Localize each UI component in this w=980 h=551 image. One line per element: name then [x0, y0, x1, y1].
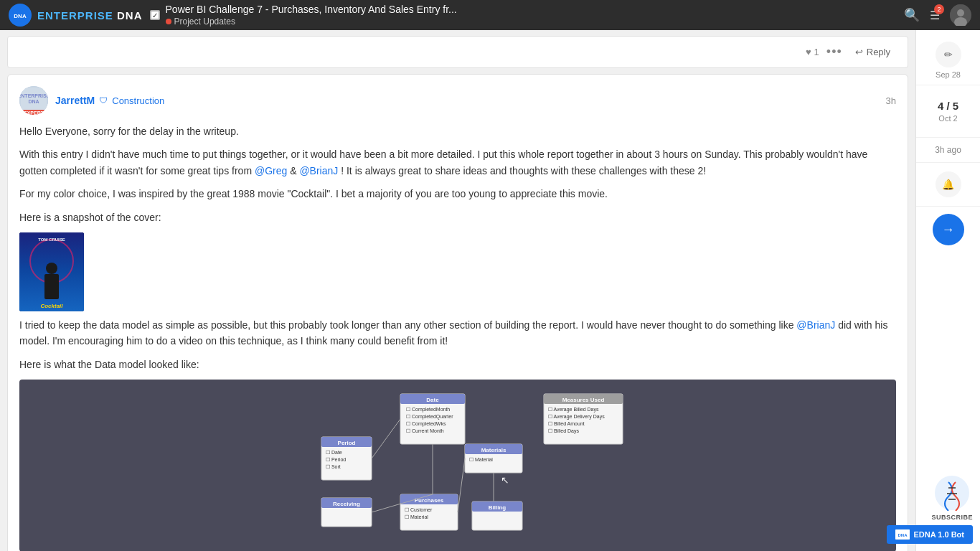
data-model-label: Here is what the Data model looked like: — [19, 357, 896, 372]
post-meta: JarrettM 🛡 Construction 3h — [55, 95, 896, 106]
reply-icon: ↩ — [855, 47, 863, 57]
progress-date: Oct 2 — [938, 114, 957, 123]
svg-text:☐ Billed Days: ☐ Billed Days — [548, 428, 579, 434]
snapshot-label: Here is a snapshot of the cover: — [19, 209, 896, 225]
svg-text:Billing: Billing — [489, 504, 507, 511]
svg-point-3 — [957, 9, 964, 17]
reply-bar-top: ♥ 1 ••• ↩ Reply — [7, 36, 908, 68]
svg-text:☐ Average Delivery Days: ☐ Average Delivery Days — [548, 414, 605, 420]
notification-icon[interactable]: ☰ 2 — [930, 9, 940, 22]
reply-label: Reply — [867, 47, 890, 57]
mention-greg[interactable]: @Greg — [255, 165, 287, 176]
svg-point-11 — [46, 263, 57, 274]
data-model-image: Date ☐ CompletedMonth ☐ CompletedQuarter… — [19, 380, 896, 551]
expert-badge: EXPERT — [22, 110, 46, 115]
subtitle-label: Project Updates — [174, 17, 235, 27]
nav-title-stack: Power BI Challenge 7 - Purchases, Invent… — [166, 4, 457, 27]
right-sidebar: ✏ Sep 28 4 / 5 Oct 2 3h ago 🔔 → — [915, 30, 980, 551]
svg-text:☐ Date: ☐ Date — [326, 450, 342, 455]
bottom-right-widgets: SUBSCRIBE DNA EDNA 1.0 Bot — [887, 475, 974, 544]
svg-text:☐ Current Month: ☐ Current Month — [406, 428, 444, 433]
svg-text:Materials: Materials — [481, 447, 507, 453]
movie-cover-image: TOM CRUISE — [19, 232, 84, 311]
svg-text:DNA: DNA — [28, 99, 39, 104]
body-paragraph-4: I tried to keep the data model as simple… — [19, 317, 896, 349]
body-paragraph-1: Hello Everyone, sorry for the delay in t… — [19, 123, 896, 139]
sep28-label: Sep 28 — [936, 70, 961, 79]
svg-text:☐ Customer: ☐ Customer — [405, 507, 433, 512]
post-header: ENTERPRISE DNA EXPERT JarrettM 🛡 Constru… — [19, 86, 896, 115]
svg-text:Period: Period — [338, 440, 356, 446]
mention-brianj-1[interactable]: @BrianJ — [299, 165, 338, 176]
author-avatar: ENTERPRISE DNA EXPERT — [19, 86, 48, 115]
edna-bot-bar[interactable]: DNA EDNA 1.0 Bot — [887, 525, 974, 544]
svg-text:☐ Billed Amount: ☐ Billed Amount — [548, 421, 585, 426]
post-time: 3h — [886, 95, 896, 106]
svg-text:☐ Material: ☐ Material — [469, 457, 493, 462]
svg-text:☐ CompletedMonth: ☐ CompletedMonth — [406, 407, 450, 413]
movie-cover-art: TOM CRUISE — [19, 232, 84, 311]
svg-text:☐ Period: ☐ Period — [326, 457, 346, 462]
author-row: JarrettM 🛡 Construction 3h — [55, 95, 896, 106]
svg-point-57 — [935, 476, 969, 510]
sidebar-sep28: ✏ Sep 28 — [916, 37, 980, 85]
nav-subtitle: Project Updates — [166, 17, 457, 27]
svg-text:Date: Date — [426, 397, 439, 403]
logo-area: DNA ENTERPRISE DNA — [9, 4, 143, 27]
like-count: 1 — [814, 47, 819, 57]
svg-text:Cocktail: Cocktail — [40, 303, 63, 309]
notification-badge: 2 — [934, 4, 944, 14]
time-ago-label: 3h ago — [935, 145, 961, 155]
svg-text:ENTERPRISE: ENTERPRISE — [19, 93, 48, 98]
verified-shield-icon: 🛡 — [99, 95, 108, 105]
sidebar-bell: 🔔 — [916, 163, 980, 207]
data-model-svg: Date ☐ CompletedMonth ☐ CompletedQuarter… — [19, 380, 896, 551]
svg-text:DNA: DNA — [897, 533, 908, 537]
nav-title-area: Power BI Challenge 7 - Purchases, Invent… — [150, 4, 897, 27]
post-category[interactable]: Construction — [112, 95, 164, 106]
top-nav: DNA ENTERPRISE DNA Power BI Challenge 7 … — [0, 0, 980, 30]
title-checkbox — [150, 10, 160, 20]
nav-right: 🔍 ☰ 2 — [904, 4, 971, 26]
search-icon[interactable]: 🔍 — [904, 7, 920, 23]
subtitle-dot — [166, 19, 171, 24]
svg-text:☐ Average Billed Days: ☐ Average Billed Days — [548, 407, 599, 413]
svg-text:☐ Material: ☐ Material — [405, 514, 428, 519]
progress-fraction: 4 / 5 — [938, 100, 958, 112]
svg-text:↖: ↖ — [501, 474, 509, 486]
svg-text:☐ CompletedQuarter: ☐ CompletedQuarter — [406, 414, 453, 420]
subscribe-widget: SUBSCRIBE — [931, 475, 973, 521]
post-card: ENTERPRISE DNA EXPERT JarrettM 🛡 Constru… — [7, 74, 908, 551]
svg-text:☐ Sort: ☐ Sort — [326, 464, 341, 469]
pencil-icon: ✏ — [936, 42, 961, 67]
logo-text: ENTERPRISE DNA — [37, 9, 143, 22]
bell-button[interactable]: 🔔 — [936, 171, 961, 197]
mention-brianj-2[interactable]: @BrianJ — [796, 319, 835, 331]
svg-text:TOM CRUISE: TOM CRUISE — [38, 237, 65, 242]
heart-icon: ♥ — [806, 47, 811, 57]
like-button[interactable]: ♥ 1 — [806, 47, 819, 57]
body-paragraph-3: For my color choice, I was inspired by t… — [19, 186, 896, 202]
svg-text:DNA: DNA — [14, 13, 27, 19]
sidebar-progress: 4 / 5 Oct 2 — [916, 85, 980, 138]
svg-text:Measures Used: Measures Used — [562, 397, 605, 403]
logo-icon: DNA — [9, 4, 32, 27]
reply-button[interactable]: ↩ Reply — [849, 44, 896, 60]
subscribe-logo-icon — [934, 475, 970, 511]
fab-button[interactable]: → — [933, 214, 964, 245]
edna-bot-label: EDNA 1.0 Bot — [914, 530, 965, 539]
page-title: Power BI Challenge 7 - Purchases, Invent… — [166, 4, 457, 15]
sidebar-time: 3h ago — [916, 138, 980, 163]
content-area: ♥ 1 ••• ↩ Reply ENTERPRISE — [0, 30, 915, 551]
subscribe-label: SUBSCRIBE — [931, 514, 973, 521]
author-name[interactable]: JarrettM — [55, 95, 95, 106]
avatar[interactable] — [950, 4, 971, 26]
svg-text:Receiving: Receiving — [333, 501, 360, 507]
edna-bot-logo: DNA — [895, 529, 910, 540]
svg-rect-12 — [44, 274, 59, 299]
post-body: Hello Everyone, sorry for the delay in t… — [19, 123, 896, 551]
body-paragraph-2: With this entry I didn't have much time … — [19, 146, 896, 179]
more-options-button[interactable]: ••• — [826, 44, 842, 60]
main-container: ♥ 1 ••• ↩ Reply ENTERPRISE — [0, 30, 980, 551]
svg-text:☐ CompletedWks: ☐ CompletedWks — [406, 421, 446, 427]
